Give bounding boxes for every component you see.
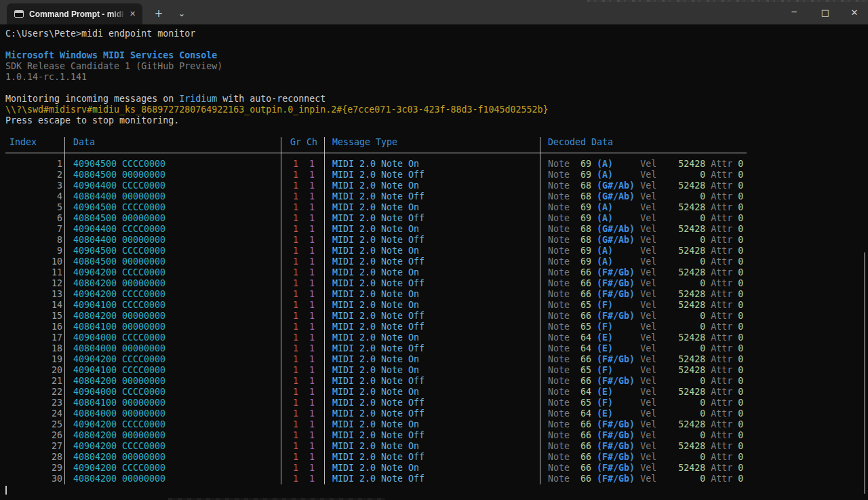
- attribute-label: Attr: [711, 387, 732, 397]
- cell-index: 30: [5, 474, 65, 484]
- attribute-label: Attr: [711, 332, 732, 343]
- cell-decoded-data: Note 69 (A) Vel 52428 Attr 0: [540, 246, 747, 256]
- velocity-value: 52428: [656, 267, 705, 277]
- note-name: (E): [597, 343, 635, 353]
- cell-decoded-data: Note 69 (A) Vel 52428 Attr 0: [540, 202, 747, 213]
- velocity-label: Vel: [640, 343, 656, 353]
- velocity-label: Vel: [640, 474, 656, 484]
- cell-group-channel: 1 1: [281, 224, 324, 235]
- header-decoded-data: Decoded Data: [540, 137, 747, 148]
- cell-group-channel: 1 1: [281, 430, 324, 441]
- scrollbar-thumb[interactable]: [864, 252, 865, 494]
- group-value: 1: [293, 267, 298, 277]
- tab-dropdown-icon[interactable]: ⌄: [172, 5, 191, 22]
- channel-value: 1: [309, 441, 315, 451]
- note-name: (E): [597, 387, 635, 397]
- cell-decoded-data: Note 66 (F#/Gb) Vel 52428 Attr 0: [540, 441, 747, 452]
- cell-group-channel: 1 1: [281, 180, 324, 191]
- monitoring-suffix: with auto-reconnect: [217, 94, 326, 104]
- cell-index: 2: [5, 170, 65, 180]
- endpoint-name: Iridium: [179, 94, 217, 104]
- note-number: 68: [580, 235, 591, 245]
- cell-message-type: MIDI 2.0 Note Off: [324, 278, 540, 289]
- close-button[interactable]: ✕: [841, 0, 868, 24]
- cell-data: 40904200 CCCC0000: [65, 289, 281, 300]
- cell-index: 20: [5, 365, 65, 376]
- attribute-label: Attr: [711, 365, 732, 375]
- cell-data: 40804000 00000000: [65, 408, 281, 419]
- new-tab-button[interactable]: +: [149, 5, 168, 22]
- attribute-value: 0: [738, 343, 743, 353]
- cell-message-type: MIDI 2.0 Note On: [324, 224, 540, 235]
- cell-data: 40904200 CCCC0000: [65, 354, 281, 365]
- channel-value: 1: [309, 180, 315, 191]
- velocity-label: Vel: [640, 202, 656, 212]
- note-name: (F#/Gb): [597, 376, 635, 386]
- group-value: 1: [293, 202, 298, 212]
- cell-decoded-data: Note 69 (A) Vel 0 Attr 0: [540, 213, 747, 224]
- channel-value: 1: [309, 202, 315, 212]
- velocity-value: 52428: [656, 365, 705, 375]
- cell-index: 24: [5, 408, 65, 419]
- cell-message-type: MIDI 2.0 Note Off: [324, 191, 540, 202]
- cell-decoded-data: Note 68 (G#/Ab) Vel 0 Attr 0: [540, 191, 747, 202]
- attribute-value: 0: [738, 365, 743, 375]
- velocity-value: 0: [656, 311, 705, 321]
- cell-data: 40904100 CCCC0000: [65, 300, 281, 311]
- cell-message-type: MIDI 2.0 Note Off: [324, 430, 540, 441]
- tab-close-icon[interactable]: ✕: [127, 8, 138, 20]
- note-number: 69: [580, 159, 591, 169]
- group-value: 1: [293, 191, 298, 201]
- cell-decoded-data: Note 64 (E) Vel 0 Attr 0: [540, 343, 747, 354]
- velocity-label: Vel: [640, 235, 656, 245]
- note-label: Note: [548, 311, 580, 321]
- minimize-button[interactable]: ─: [778, 0, 810, 24]
- cell-decoded-data: Note 65 (F) Vel 52428 Attr 0: [540, 365, 747, 376]
- attribute-value: 0: [738, 322, 743, 332]
- attribute-label: Attr: [711, 256, 732, 267]
- velocity-label: Vel: [640, 376, 656, 386]
- group-value: 1: [293, 180, 298, 191]
- attribute-label: Attr: [711, 452, 732, 462]
- table-row: 940904500 CCCC00001 1MIDI 2.0 Note OnNot…: [5, 246, 747, 256]
- note-name: (G#/Ab): [597, 180, 635, 191]
- cell-data: 40904500 CCCC0000: [65, 202, 281, 213]
- attribute-label: Attr: [711, 343, 732, 353]
- cell-data: 40904000 CCCC0000: [65, 387, 281, 398]
- cell-index: 11: [5, 267, 65, 278]
- note-number: 64: [580, 332, 591, 343]
- note-name: (F#/Gb): [597, 419, 635, 429]
- note-label: Note: [548, 267, 580, 277]
- tab-title: Command Prompt - midi end: [29, 9, 125, 19]
- note-number: 69: [580, 213, 591, 223]
- group-value: 1: [293, 289, 298, 299]
- cell-message-type: MIDI 2.0 Note On: [324, 180, 540, 191]
- velocity-label: Vel: [640, 170, 656, 180]
- cell-index: 9: [5, 246, 65, 256]
- cell-index: 1: [5, 159, 65, 170]
- group-value: 1: [293, 343, 298, 353]
- cell-data: 40804400 00000000: [65, 235, 281, 246]
- monitoring-prefix: Monitoring incoming messages on: [5, 94, 179, 104]
- group-value: 1: [293, 256, 298, 267]
- cell-index: 26: [5, 430, 65, 441]
- maximize-button[interactable]: □: [810, 0, 841, 24]
- cell-message-type: MIDI 2.0 Note On: [324, 246, 540, 256]
- attribute-label: Attr: [711, 246, 732, 256]
- channel-value: 1: [309, 376, 315, 386]
- note-label: Note: [548, 256, 580, 267]
- velocity-label: Vel: [640, 180, 656, 191]
- table-row: 1540804200 000000001 1MIDI 2.0 Note OffN…: [5, 311, 747, 322]
- cell-index: 8: [5, 235, 65, 246]
- header-group-channel: Gr Ch: [281, 137, 324, 148]
- group-value: 1: [293, 441, 298, 451]
- table-header-row: Index Data Gr Ch Message Type Decoded Da…: [5, 137, 747, 148]
- channel-value: 1: [309, 213, 315, 223]
- tab-command-prompt[interactable]: Command Prompt - midi end ✕: [7, 3, 142, 24]
- terminal-output[interactable]: C:\Users\Pete>midi endpoint monitor Micr…: [0, 24, 868, 500]
- attribute-label: Attr: [711, 300, 732, 310]
- note-name: (A): [597, 246, 635, 256]
- attribute-value: 0: [738, 235, 743, 245]
- cursor-line: [5, 484, 868, 495]
- cell-data: 40804200 00000000: [65, 430, 281, 441]
